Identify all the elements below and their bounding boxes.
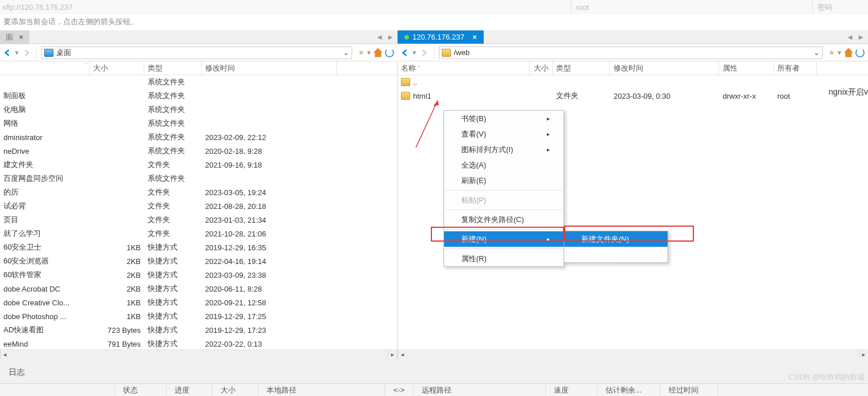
chevron-down-icon[interactable]: ⌄ xyxy=(343,48,349,57)
home-icon[interactable] xyxy=(844,48,853,57)
status-bar: 状态 进度 大小 本地路径 <-> 远程路径 速度 估计剩余... 经过时间 xyxy=(0,383,868,396)
col-attr[interactable]: 属性 xyxy=(719,61,774,75)
menu-copypath[interactable]: 复制文件夹路径(C) xyxy=(444,212,564,227)
menu-refresh[interactable]: 刷新(E) xyxy=(444,173,564,188)
svg-line-0 xyxy=(416,100,438,147)
tab-next-icon[interactable]: ► xyxy=(857,33,865,41)
col-size[interactable]: 大小 xyxy=(90,61,144,75)
col-name[interactable]: 名称˄ xyxy=(398,61,530,75)
forward-button[interactable] xyxy=(418,46,430,59)
list-item[interactable]: .. xyxy=(398,75,868,89)
col-mtime[interactable]: 修改时间 xyxy=(202,61,337,75)
close-icon[interactable]: × xyxy=(19,33,24,41)
status-remaining: 估计剩余... xyxy=(597,384,661,396)
refresh-icon[interactable] xyxy=(385,48,394,57)
menu-view[interactable]: 查看(V)▸ xyxy=(444,126,564,142)
back-button[interactable] xyxy=(1,46,14,59)
svg-marker-1 xyxy=(433,100,439,106)
username-field[interactable]: root xyxy=(571,0,812,14)
folder-icon xyxy=(401,78,410,86)
h-scrollbar[interactable]: ◄► xyxy=(398,350,868,359)
local-pane: 大小 类型 修改时间 系统文件夹制面板系统文件夹化电脑系统文件夹网络系统文件夹d… xyxy=(0,61,398,359)
list-item[interactable]: 百度网盘同步空间系统文件夹 xyxy=(0,172,397,185)
col-type[interactable]: 类型 xyxy=(553,61,610,75)
list-item[interactable]: 网络系统文件夹 xyxy=(0,117,397,130)
menu-bookmarks[interactable]: 书签(B)▸ xyxy=(444,111,564,126)
status-speed: 速度 xyxy=(546,384,597,396)
log-label: 日志 xyxy=(9,367,25,378)
col-type[interactable]: 类型 xyxy=(144,61,202,75)
forward-button[interactable] xyxy=(20,46,33,59)
remote-tab[interactable]: 120.76.176.237 × xyxy=(398,30,484,44)
remote-tab-label: 120.76.176.237 xyxy=(412,33,464,41)
list-item[interactable]: 的历文件夹2023-03-05, 19:24 xyxy=(0,185,397,199)
local-path-text: 桌面 xyxy=(56,48,71,58)
menu-props[interactable]: 属性(R) xyxy=(444,251,564,266)
list-item[interactable]: dobe Creative Clo...1KB快捷方式2020-09-21, 1… xyxy=(0,296,397,309)
list-item[interactable]: html1文件夹2023-03-09, 0:30drwxr-xr-xroot xyxy=(398,89,868,103)
list-item[interactable]: 化电脑系统文件夹 xyxy=(0,103,397,117)
list-item[interactable]: dministrator系统文件夹2023-02-09, 22:12 xyxy=(0,130,397,144)
menu-iconarrange[interactable]: 图标排列方式(I)▸ xyxy=(444,142,564,157)
local-tab[interactable]: 面 × xyxy=(0,30,29,44)
address-url[interactable]: sftp://120.76.176.237 xyxy=(2,3,571,11)
list-item[interactable]: neDrive系统文件夹2020-02-18, 9:28 xyxy=(0,144,397,158)
submenu-new: 新建文件夹(N) 新建文件(F) xyxy=(564,231,668,263)
list-item[interactable]: AD快速看图723 Bytes快捷方式2019-12-29, 17:23 xyxy=(0,323,397,337)
home-icon[interactable] xyxy=(373,48,383,57)
list-item[interactable]: 页目文件夹2023-01-03, 21:34 xyxy=(0,213,397,227)
h-scrollbar[interactable]: ◄► xyxy=(0,350,397,359)
status-state: 状态 xyxy=(115,384,167,396)
list-item[interactable]: 试必背文件夹2021-08-28, 20:18 xyxy=(0,199,397,213)
folder-icon xyxy=(442,49,451,57)
list-item[interactable]: dobe Photoshop ...1KB快捷方式2019-12-29, 17:… xyxy=(0,309,397,323)
status-elapsed: 经过时间 xyxy=(661,384,718,396)
list-item[interactable]: 60安全卫士1KB快捷方式2019-12-29, 16:35 xyxy=(0,240,397,254)
list-item[interactable]: 系统文件夹 xyxy=(0,75,397,89)
cropped-text: ngnix开启v xyxy=(827,86,868,99)
tab-prev-icon[interactable]: ◄ xyxy=(846,33,854,41)
menu-new[interactable]: 新建(N)▸ 新建文件夹(N) 新建文件(F) xyxy=(444,231,564,247)
tab-next-icon[interactable]: ► xyxy=(387,33,394,41)
watermark: CSDN @吃炸鸡的前端 xyxy=(789,372,865,382)
refresh-icon[interactable] xyxy=(855,48,865,57)
local-tab-label: 面 xyxy=(6,32,13,42)
tab-prev-icon[interactable]: ◄ xyxy=(376,33,383,41)
status-arrow: <-> xyxy=(385,384,414,396)
close-icon[interactable]: × xyxy=(472,33,477,41)
favorite-icon[interactable]: ★ xyxy=(358,48,365,57)
local-path-input[interactable]: 桌面 ⌄ xyxy=(41,46,352,59)
connection-status-icon xyxy=(404,35,409,40)
list-item[interactable]: eeMind791 Bytes快捷方式2022-03-22, 0:13 xyxy=(0,337,397,351)
col-owner[interactable]: 所有者 xyxy=(774,61,817,75)
chevron-down-icon[interactable]: ⌄ xyxy=(813,48,820,57)
remote-pane: 名称˄ 大小 类型 修改时间 属性 所有者 ..html1文件夹2023-03-… xyxy=(398,61,868,359)
remote-path-text: /web xyxy=(454,48,469,57)
favorite-icon[interactable]: ★ xyxy=(828,48,835,57)
status-size: 大小 xyxy=(213,384,259,396)
session-hint: 要添加当前会话，点击左侧的箭头按钮。 xyxy=(0,14,868,30)
status-localpath: 本地路径 xyxy=(259,384,385,396)
list-item[interactable]: 60安全浏览器2KB快捷方式2022-04-16, 19:14 xyxy=(0,254,397,268)
menu-newfile[interactable]: 新建文件(F) xyxy=(564,247,668,262)
password-field[interactable]: 密码 xyxy=(812,0,866,14)
list-item[interactable]: 建文件夹文件夹2021-09-16, 9:18 xyxy=(0,158,397,172)
menu-newfolder[interactable]: 新建文件夹(N) xyxy=(564,231,668,247)
col-name[interactable] xyxy=(0,61,90,75)
back-button[interactable] xyxy=(399,46,411,59)
list-item[interactable]: 60软件管家2KB快捷方式2023-03-09, 23:38 xyxy=(0,268,397,282)
col-mtime[interactable]: 修改时间 xyxy=(610,61,719,75)
list-item[interactable]: 就了么学习文件夹2021-10-28, 21:06 xyxy=(0,227,397,240)
col-size[interactable]: 大小 xyxy=(530,61,553,75)
desktop-icon xyxy=(44,49,53,57)
menu-selectall[interactable]: 全选(A) xyxy=(444,157,564,173)
status-progress: 进度 xyxy=(167,384,213,396)
list-item[interactable]: dobe Acrobat DC2KB快捷方式2020-06-11, 8:28 xyxy=(0,282,397,296)
list-item[interactable]: 制面板系统文件夹 xyxy=(0,89,397,103)
status-remotepath: 远程路径 xyxy=(414,384,546,396)
remote-path-input[interactable]: /web ⌄ xyxy=(439,46,823,59)
context-menu: 书签(B)▸ 查看(V)▸ 图标排列方式(I)▸ 全选(A) 刷新(E) 粘贴(… xyxy=(443,110,564,267)
menu-paste: 粘贴(P) xyxy=(444,192,564,208)
